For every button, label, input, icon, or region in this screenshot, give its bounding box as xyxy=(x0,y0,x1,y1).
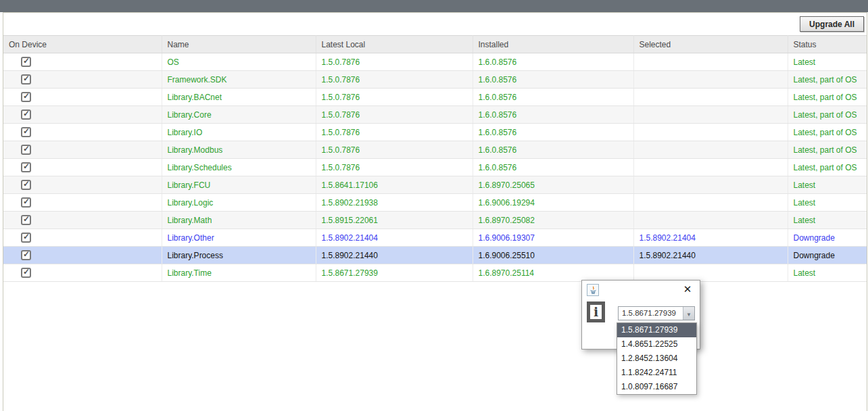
table-row[interactable]: ✓Library.Process1.5.8902.214401.6.9006.2… xyxy=(3,247,867,264)
cell-installed: 1.6.8970.25082 xyxy=(473,212,633,229)
dropdown-option[interactable]: 1.1.8242.24711 xyxy=(617,366,696,380)
checkmark-icon: ✓ xyxy=(23,109,30,118)
cell-installed: 1.6.9006.19294 xyxy=(473,194,633,212)
upgrade-panel: Upgrade All On DeviceNameLatest LocalIns… xyxy=(3,12,867,411)
cell-installed: 1.6.0.8576 xyxy=(473,124,633,141)
on-device-checkbox[interactable]: ✓ xyxy=(21,145,31,155)
cell-latest-local: 1.5.8902.21440 xyxy=(316,247,473,264)
cell-name: Library.Logic xyxy=(162,194,316,212)
on-device-checkbox[interactable]: ✓ xyxy=(21,233,31,243)
cell-name: Framework.SDK xyxy=(162,71,316,89)
cell-selected xyxy=(633,159,788,176)
cell-installed: 1.6.0.8576 xyxy=(473,159,633,176)
cell-latest-local: 1.5.8671.27939 xyxy=(316,264,473,282)
cell-name: Library.FCU xyxy=(162,176,316,194)
table-row[interactable]: ✓Library.BACnet1.5.0.78761.6.0.8576Lates… xyxy=(3,89,867,106)
cell-name: Library.Time xyxy=(162,264,316,282)
cell-name: Library.BACnet xyxy=(162,89,316,106)
dropdown-option[interactable]: 1.2.8452.13604 xyxy=(617,352,696,366)
table-row[interactable]: ✓Library.Other1.5.8902.214041.6.9006.193… xyxy=(3,229,867,247)
cell-status: Latest, part of OS xyxy=(788,106,867,124)
table-row[interactable]: ✓Library.FCU1.5.8641.171061.6.8970.25065… xyxy=(3,176,867,194)
table-row[interactable]: ✓Library.Math1.5.8915.220611.6.8970.2508… xyxy=(3,212,867,229)
cell-name: Library.Math xyxy=(162,212,316,229)
cell-latest-local: 1.5.0.7876 xyxy=(316,53,473,71)
cell-installed: 1.6.8970.25114 xyxy=(473,264,633,282)
checkmark-icon: ✓ xyxy=(23,249,30,259)
window-title-bar xyxy=(0,0,868,12)
cell-selected xyxy=(633,176,788,194)
checkmark-icon: ✓ xyxy=(23,179,30,189)
on-device-checkbox[interactable]: ✓ xyxy=(21,110,31,120)
cell-installed: 1.6.9006.25510 xyxy=(473,247,633,264)
dropdown-option[interactable]: 1.4.8651.22525 xyxy=(617,337,696,352)
cell-status: Latest xyxy=(788,264,867,282)
table-row[interactable]: ✓Library.Time1.5.8671.279391.6.8970.2511… xyxy=(3,264,867,282)
cell-status: Latest, part of OS xyxy=(788,124,867,141)
on-device-checkbox[interactable]: ✓ xyxy=(21,162,31,172)
cell-selected xyxy=(633,71,788,89)
cell-installed: 1.6.8970.25065 xyxy=(473,176,633,194)
cell-latest-local: 1.5.0.7876 xyxy=(316,124,473,141)
cell-installed: 1.6.0.8576 xyxy=(473,106,633,124)
on-device-checkbox[interactable]: ✓ xyxy=(21,250,31,260)
java-coffee-cup-icon xyxy=(589,286,598,295)
cell-latest-local: 1.5.0.7876 xyxy=(316,89,473,106)
table-row[interactable]: ✓Library.Modbus1.5.0.78761.6.0.8576Lates… xyxy=(3,141,867,159)
column-header-selected: Selected xyxy=(633,36,788,53)
cell-name: Library.IO xyxy=(162,124,316,141)
dropdown-option[interactable]: 1.0.8097.16687 xyxy=(617,380,696,394)
cell-status: Latest xyxy=(788,53,867,71)
cell-latest-local: 1.5.0.7876 xyxy=(316,106,473,124)
cell-latest-local: 1.5.8902.21404 xyxy=(316,229,473,247)
column-header-latest-local: Latest Local xyxy=(316,36,473,53)
table-row[interactable]: ✓Library.Core1.5.0.78761.6.0.8576Latest,… xyxy=(3,106,867,124)
checkmark-icon: ✓ xyxy=(23,74,30,83)
on-device-checkbox[interactable]: ✓ xyxy=(21,74,31,84)
cell-selected xyxy=(633,141,788,159)
on-device-checkbox[interactable]: ✓ xyxy=(21,57,31,67)
cell-status: Latest xyxy=(788,194,867,212)
checkmark-icon: ✓ xyxy=(23,126,30,136)
cell-status: Latest, part of OS xyxy=(788,141,867,159)
checkmark-icon: ✓ xyxy=(23,162,30,171)
cell-name: Library.Process xyxy=(162,247,316,264)
on-device-checkbox[interactable]: ✓ xyxy=(21,127,31,137)
cell-name: Library.Other xyxy=(162,229,316,247)
cell-selected xyxy=(633,212,788,229)
cell-selected xyxy=(633,106,788,124)
on-device-checkbox[interactable]: ✓ xyxy=(21,197,31,208)
cell-status: Downgrade xyxy=(788,229,867,247)
on-device-checkbox[interactable]: ✓ xyxy=(21,180,31,190)
cell-selected xyxy=(633,124,788,141)
info-icon: i xyxy=(587,301,605,322)
table-header-row: On DeviceNameLatest LocalInstalledSelect… xyxy=(3,36,867,53)
on-device-checkbox[interactable]: ✓ xyxy=(21,215,31,225)
cell-latest-local: 1.5.0.7876 xyxy=(316,71,473,89)
dropdown-option[interactable]: 1.5.8671.27939 xyxy=(617,323,696,337)
cell-name: OS xyxy=(162,53,316,71)
cell-status: Latest xyxy=(788,212,867,229)
close-icon[interactable]: ✕ xyxy=(681,283,694,295)
table-row[interactable]: ✓Framework.SDK1.5.0.78761.6.0.8576Latest… xyxy=(3,71,867,89)
column-header-status: Status xyxy=(788,36,867,53)
cell-installed: 1.6.0.8576 xyxy=(473,141,633,159)
cell-selected xyxy=(633,53,788,71)
checkmark-icon: ✓ xyxy=(23,91,30,101)
table-row[interactable]: ✓OS1.5.0.78761.6.0.8576Latest xyxy=(3,53,867,71)
cell-latest-local: 1.5.8902.21938 xyxy=(316,194,473,212)
on-device-checkbox[interactable]: ✓ xyxy=(21,268,31,278)
cell-latest-local: 1.5.0.7876 xyxy=(316,159,473,176)
version-combobox[interactable]: 1.5.8671.27939 ▼ xyxy=(618,306,695,320)
upgrade-all-button[interactable]: Upgrade All xyxy=(800,16,864,32)
table-row[interactable]: ✓Library.Schedules1.5.0.78761.6.0.8576La… xyxy=(3,159,867,176)
table-row[interactable]: ✓Library.IO1.5.0.78761.6.0.8576Latest, p… xyxy=(3,124,867,141)
cell-selected xyxy=(633,194,788,212)
cell-latest-local: 1.5.0.7876 xyxy=(316,141,473,159)
checkmark-icon: ✓ xyxy=(23,232,30,241)
combobox-value: 1.5.8671.27939 xyxy=(622,307,676,320)
table-row[interactable]: ✓Library.Logic1.5.8902.219381.6.9006.192… xyxy=(3,194,867,212)
on-device-checkbox[interactable]: ✓ xyxy=(21,92,31,102)
cell-installed: 1.6.0.8576 xyxy=(473,71,633,89)
combobox-arrow-button[interactable]: ▼ xyxy=(683,307,694,320)
